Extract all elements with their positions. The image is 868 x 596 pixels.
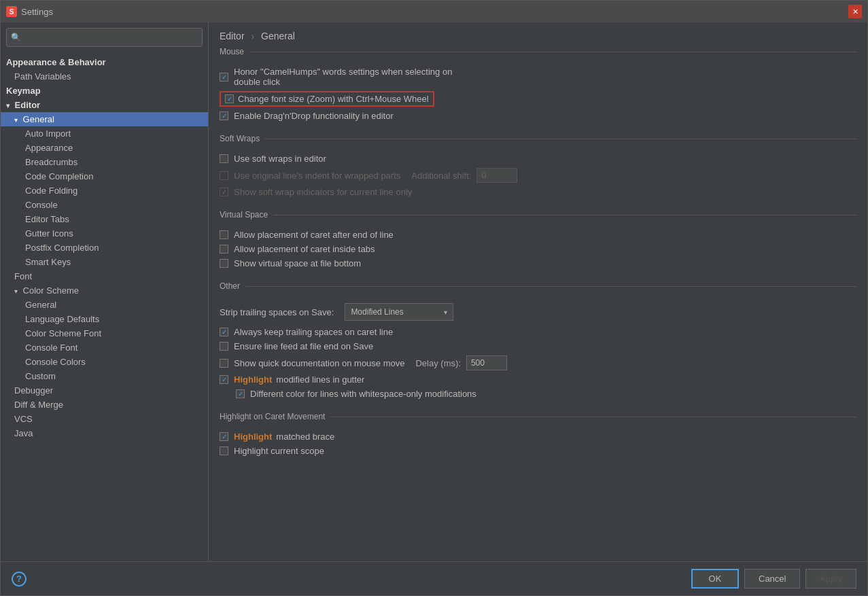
sidebar-item-custom[interactable]: Custom — [1, 369, 208, 383]
virtual-space-bottom-checkbox[interactable] — [220, 259, 228, 268]
highlight-caret-header: Highlight on Caret Movement — [220, 412, 856, 424]
strip-trailing-dropdown[interactable]: Modified Lines ▾ — [345, 303, 453, 321]
highlight-scope-checkbox[interactable] — [220, 446, 228, 455]
highlight-caret-section: Highlight on Caret Movement Highlight ma… — [220, 412, 856, 458]
ensure-line-feed-checkbox[interactable] — [220, 342, 228, 351]
drag-drop-label: Enable Drag'n'Drop functionality in edit… — [234, 111, 394, 121]
sidebar-item-color-scheme-font[interactable]: Color Scheme Font — [1, 326, 208, 340]
option-diff-color: Different color for lines with whitespac… — [220, 387, 856, 401]
virtual-space-header: Virtual Space — [220, 210, 856, 222]
option-highlight-modified: Highlight modified lines in gutter — [220, 372, 856, 387]
diff-color-label: Different color for lines with whitespac… — [250, 389, 476, 399]
dialog-title: Settings — [21, 7, 53, 17]
sidebar-item-font[interactable]: Font — [1, 269, 208, 283]
option-virtual-space-bottom: Show virtual space at file bottom — [220, 256, 856, 270]
sidebar-tree: Appearance & Behavior Path Variables Key… — [1, 52, 208, 561]
close-button[interactable]: ✕ — [848, 5, 862, 18]
sidebar-item-postfix-completion[interactable]: Postfix Completion — [1, 241, 208, 255]
ensure-line-feed-label: Ensure line feed at file end on Save — [234, 341, 373, 351]
sidebar-item-java[interactable]: Java — [1, 426, 208, 440]
sidebar-item-auto-import[interactable]: Auto Import — [1, 126, 208, 141]
title-bar: S Settings ✕ — [1, 1, 867, 22]
camel-humps-checkbox[interactable] — [220, 73, 228, 82]
sidebar-item-console-font[interactable]: Console Font — [1, 340, 208, 355]
virtual-space-section: Virtual Space Allow placement of caret a… — [220, 210, 856, 270]
sidebar-item-appearance-behavior[interactable]: Appearance & Behavior — [1, 55, 208, 69]
sidebar-item-editor[interactable]: ▾ Editor — [1, 98, 208, 112]
sidebar-item-color-scheme[interactable]: ▾ Color Scheme — [1, 283, 208, 298]
delay-label: Delay (ms): — [415, 358, 460, 368]
zoom-font-checkbox[interactable] — [225, 94, 234, 103]
caret-inside-tabs-checkbox[interactable] — [220, 245, 228, 253]
sidebar-item-appearance[interactable]: Appearance — [1, 141, 208, 155]
sidebar-item-smart-keys[interactable]: Smart Keys — [1, 255, 208, 269]
sidebar-item-editor-tabs[interactable]: Editor Tabs — [1, 212, 208, 226]
apply-button[interactable]: Apply — [805, 569, 856, 589]
sidebar-item-diff-merge[interactable]: Diff & Merge — [1, 398, 208, 412]
other-header: Other — [220, 281, 856, 294]
sidebar-item-general[interactable]: ▾ General — [1, 112, 208, 126]
highlight-modified-highlight: Highlight — [234, 374, 272, 385]
sidebar-item-code-completion[interactable]: Code Completion — [1, 169, 208, 183]
cancel-button[interactable]: Cancel — [744, 569, 800, 589]
sidebar-item-vcs[interactable]: VCS — [1, 412, 208, 426]
sidebar-item-cs-general[interactable]: General — [1, 298, 208, 312]
wrap-indicators-checkbox[interactable] — [220, 188, 228, 196]
highlight-brace-highlight: Highlight — [234, 432, 272, 442]
ok-button[interactable]: OK — [691, 569, 739, 589]
main-panel: Editor › General Mouse Honor "CamelHumps… — [209, 22, 867, 561]
sidebar-item-path-variables[interactable]: Path Variables — [1, 69, 208, 84]
virtual-space-bottom-label: Show virtual space at file bottom — [234, 258, 361, 268]
app-icon: S — [6, 6, 17, 17]
delay-input[interactable] — [466, 355, 507, 370]
search-input[interactable] — [24, 33, 198, 42]
highlight-brace-text: matched brace — [276, 432, 334, 442]
dropdown-arrow-icon: ▾ — [444, 309, 447, 316]
sidebar-item-breadcrumbs[interactable]: Breadcrumbs — [1, 155, 208, 169]
breadcrumb: Editor › General — [209, 22, 867, 47]
diff-color-checkbox[interactable] — [236, 389, 245, 398]
option-quick-docs: Show quick documentation on mouse move D… — [220, 353, 856, 372]
strip-trailing-row: Strip trailing spaces on Save: Modified … — [220, 299, 856, 325]
use-soft-wraps-checkbox[interactable] — [220, 154, 228, 163]
breadcrumb-part2: General — [261, 31, 295, 41]
option-camel-humps: Honor "CamelHumps" words settings when s… — [220, 65, 856, 89]
caret-after-end-label: Allow placement of caret after end of li… — [234, 230, 394, 240]
sidebar-item-console[interactable]: Console — [1, 198, 208, 212]
highlight-modified-checkbox[interactable] — [220, 375, 228, 384]
caret-after-end-checkbox[interactable] — [220, 230, 228, 239]
sidebar-item-code-folding[interactable]: Code Folding — [1, 183, 208, 198]
strip-trailing-value: Modified Lines — [351, 307, 403, 317]
sidebar-item-gutter-icons[interactable]: Gutter Icons — [1, 226, 208, 241]
keep-trailing-checkbox[interactable] — [220, 328, 228, 336]
additional-shift-input[interactable] — [476, 168, 517, 183]
settings-content: Mouse Honor "CamelHumps" words settings … — [209, 47, 867, 561]
breadcrumb-separator: › — [251, 31, 254, 41]
option-ensure-line-feed: Ensure line feed at file end on Save — [220, 339, 856, 353]
zoom-font-label: Change font size (Zoom) with Ctrl+Mouse … — [238, 94, 429, 104]
highlight-brace-checkbox[interactable] — [220, 432, 228, 441]
camel-humps-label: Honor "CamelHumps" words settings when s… — [234, 67, 452, 87]
drag-drop-checkbox[interactable] — [220, 111, 228, 120]
sidebar-item-debugger[interactable]: Debugger — [1, 383, 208, 398]
help-button[interactable]: ? — [12, 572, 27, 586]
option-caret-after-end: Allow placement of caret after end of li… — [220, 228, 856, 242]
option-wrap-indicators: Show soft wrap indicators for current li… — [220, 185, 856, 199]
zoom-font-highlighted: Change font size (Zoom) with Ctrl+Mouse … — [220, 91, 434, 107]
quick-docs-checkbox[interactable] — [220, 359, 228, 368]
original-indent-label: Use original line's indent for wrapped p… — [234, 171, 400, 181]
option-caret-inside-tabs: Allow placement of caret inside tabs — [220, 242, 856, 256]
option-drag-drop: Enable Drag'n'Drop functionality in edit… — [220, 109, 856, 123]
sidebar: 🔍 Appearance & Behavior Path Variables K… — [1, 22, 209, 561]
sidebar-item-language-defaults[interactable]: Language Defaults — [1, 312, 208, 326]
soft-wraps-section: Soft Wraps Use soft wraps in editor Use … — [220, 134, 856, 199]
original-indent-checkbox[interactable] — [220, 171, 228, 180]
mouse-section: Mouse Honor "CamelHumps" words settings … — [220, 47, 856, 123]
sidebar-item-console-colors[interactable]: Console Colors — [1, 355, 208, 369]
footer-buttons: OK Cancel Apply — [691, 569, 856, 589]
sidebar-item-keymap[interactable]: Keymap — [1, 84, 208, 98]
highlight-modified-label: Highlight modified lines in gutter — [234, 374, 364, 385]
settings-dialog: S Settings ✕ 🔍 Appearance & Behavior Pat… — [0, 0, 868, 596]
option-keep-trailing-spaces: Always keep trailing spaces on caret lin… — [220, 325, 856, 339]
search-box: 🔍 — [6, 28, 203, 47]
